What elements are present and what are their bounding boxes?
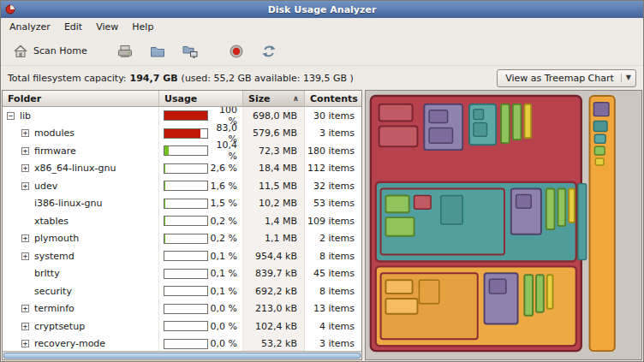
usage-percent: 0,0 % — [208, 321, 237, 332]
treemap-rect[interactable] — [385, 217, 414, 236]
treemap-rect[interactable] — [546, 189, 555, 229]
expand-expander-icon[interactable]: + — [21, 234, 29, 242]
treemap-rect[interactable] — [429, 110, 447, 123]
column-header-folder[interactable]: Folder — [3, 91, 159, 107]
expand-expander-icon[interactable]: + — [21, 129, 29, 137]
capacity-detail: (used: 55,2 GB available: 139,5 GB ) — [182, 73, 354, 84]
treemap-rect[interactable] — [429, 128, 452, 143]
folder-name: modules — [34, 128, 75, 139]
scan-remote-button[interactable] — [177, 40, 203, 62]
treemap-rect[interactable] — [593, 103, 609, 116]
treemap-chart[interactable] — [366, 91, 641, 359]
stop-button[interactable] — [224, 40, 249, 62]
table-row[interactable]: brltty0,1 %839,7 kB45 items — [3, 265, 361, 283]
treemap-rect[interactable] — [513, 104, 522, 139]
table-row[interactable]: xtables0,2 %1,4 MB109 items — [3, 212, 361, 230]
expand-expander-icon[interactable]: + — [21, 164, 29, 172]
treemap-rect[interactable] — [524, 104, 531, 138]
usage-bar — [164, 286, 208, 296]
treemap-rect[interactable] — [594, 146, 605, 155]
size-value: 839,7 kB — [243, 265, 305, 283]
expand-expander-icon[interactable]: + — [21, 252, 29, 260]
treemap-rect[interactable] — [419, 280, 438, 304]
table-row[interactable]: +modules83,0 %579,6 MB3 items — [3, 125, 361, 143]
menu-help[interactable]: Help — [125, 18, 160, 37]
table-row[interactable]: i386-linux-gnu1,5 %10,2 MB53 items — [3, 195, 361, 213]
view-mode-dropdown[interactable]: View as Treemap Chart ▼ — [497, 69, 636, 87]
treemap-rect[interactable] — [569, 189, 575, 223]
expand-expander-icon[interactable]: + — [21, 323, 29, 330]
usage-percent: 0,2 % — [208, 216, 237, 227]
table-row[interactable]: +cryptsetup0,0 %102,4 kB4 items — [3, 317, 361, 335]
size-value: 692,2 kB — [243, 282, 305, 300]
table-row[interactable]: +systemd0,1 %954,4 kB8 items — [3, 247, 361, 265]
treemap-rect[interactable] — [474, 123, 487, 137]
treemap-rect[interactable] — [385, 280, 412, 294]
refresh-button[interactable] — [256, 40, 282, 62]
table-row[interactable]: +plymouth0,2 %1,1 MB2 items — [3, 230, 361, 248]
treemap-rect[interactable] — [558, 189, 565, 226]
table-row[interactable]: security0,1 %692,2 kB8 items — [3, 282, 361, 300]
table-row[interactable]: −lib100 %698,0 MB30 items — [3, 107, 361, 125]
treemap-rect[interactable] — [489, 279, 506, 294]
treemap-rect[interactable] — [536, 275, 544, 312]
contents-value: 109 items — [305, 212, 361, 230]
treemap-rect[interactable] — [594, 134, 605, 143]
treemap-rect[interactable] — [524, 275, 533, 315]
contents-value: 3 items — [305, 125, 361, 143]
treemap-rect[interactable] — [441, 195, 462, 224]
contents-value: 45 items — [305, 265, 361, 283]
expand-expander-icon[interactable]: + — [21, 340, 29, 347]
menu-edit[interactable]: Edit — [57, 18, 89, 37]
treemap-rect[interactable] — [379, 104, 413, 122]
treemap-rect[interactable] — [516, 194, 532, 208]
treemap-rect[interactable] — [414, 195, 432, 209]
usage-percent: 0,0 % — [208, 303, 237, 314]
column-header-usage[interactable]: Usage — [159, 91, 243, 107]
table-row[interactable]: +recovery-mode0,0 %53,2 kB3 items — [3, 335, 361, 352]
table-row[interactable]: +udev1,6 %11,5 MB32 items — [3, 177, 361, 195]
treemap-rect[interactable] — [578, 184, 587, 260]
expand-expander-icon[interactable]: + — [21, 305, 29, 312]
treemap-rect[interactable] — [501, 104, 510, 143]
expand-expander-icon[interactable]: + — [21, 182, 29, 190]
scrollbar-thumb[interactable] — [3, 353, 361, 359]
scan-filesystem-icon — [116, 43, 134, 60]
scan-home-button[interactable]: Scan Home — [8, 40, 92, 62]
folder-name: systemd — [34, 251, 75, 262]
menu-bar: Analyzer Edit View Help — [1, 18, 643, 37]
usage-bar — [164, 216, 208, 226]
treemap-rect[interactable] — [595, 158, 604, 165]
treemap-rect[interactable] — [547, 275, 553, 308]
menu-view[interactable]: View — [89, 18, 125, 37]
menu-analyzer[interactable]: Analyzer — [3, 18, 57, 37]
table-row[interactable]: +terminfo0,0 %213,0 kB13 items — [3, 300, 361, 318]
tree-rows: −lib100 %698,0 MB30 items+modules83,0 %5… — [3, 107, 361, 351]
size-value: 698,0 MB — [243, 107, 305, 125]
collapse-expander-icon[interactable]: − — [7, 112, 15, 120]
treemap-rect[interactable] — [379, 126, 418, 146]
contents-value: 30 items — [305, 107, 361, 125]
column-header-size[interactable]: Size ∧ — [243, 91, 305, 107]
scan-filesystem-button[interactable] — [112, 40, 138, 62]
usage-bar — [164, 321, 208, 331]
contents-value: 32 items — [305, 177, 361, 195]
treemap-rect[interactable] — [593, 122, 607, 132]
contents-value: 13 items — [305, 300, 361, 318]
contents-value: 4 items — [305, 317, 361, 335]
treemap-rect[interactable] — [385, 299, 417, 314]
folder-name: xtables — [34, 216, 69, 227]
table-row[interactable]: +firmware10,4 %72,3 MB180 items — [3, 142, 361, 160]
usage-percent: 0,2 % — [208, 233, 237, 244]
treemap-rect[interactable] — [474, 110, 484, 120]
table-row[interactable]: +x86_64-linux-gnu2,6 %18,4 MB112 items — [3, 160, 361, 178]
size-value: 102,4 kB — [243, 317, 305, 335]
column-header-contents[interactable]: Contents — [305, 91, 361, 107]
title-bar[interactable]: Disk Usage Analyzer — [1, 1, 643, 18]
treemap-rect[interactable] — [385, 195, 408, 212]
column-header-contents-label: Contents — [310, 93, 358, 104]
folder-name: security — [34, 286, 72, 297]
expand-expander-icon[interactable]: + — [21, 147, 29, 155]
scan-folder-button[interactable] — [145, 40, 170, 62]
horizontal-scrollbar[interactable] — [3, 351, 361, 359]
